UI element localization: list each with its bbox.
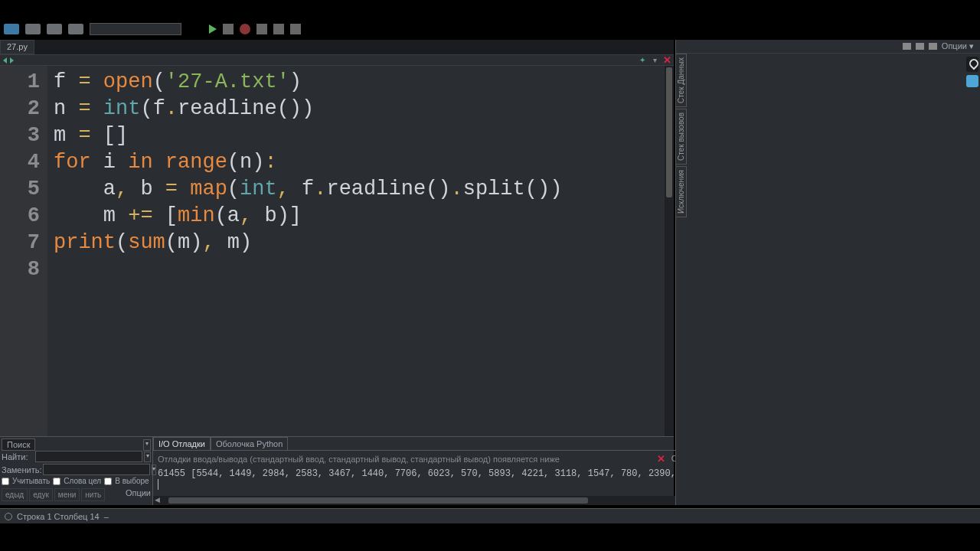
io-horizontal-scrollbar[interactable]: ◀ ▶ xyxy=(153,496,708,505)
editor-tabs: 27.py xyxy=(0,40,674,55)
search-options[interactable]: Опции xyxy=(126,488,151,501)
toolbar-icon[interactable] xyxy=(273,24,284,34)
in-selection-checkbox[interactable] xyxy=(104,478,112,485)
replace-all-button[interactable]: нить xyxy=(81,488,105,501)
whole-word-checkbox[interactable] xyxy=(53,478,60,485)
io-header-text: Отладки ввода/вывода (стандартный ввод, … xyxy=(158,455,651,464)
find-input[interactable] xyxy=(35,451,142,462)
editor-nav: ✦ ▾ ✕ xyxy=(0,55,674,66)
replace-input[interactable] xyxy=(43,464,150,475)
panel-layout-icon[interactable] xyxy=(903,43,911,50)
pin-icon[interactable]: ✦ xyxy=(639,57,646,64)
toolbar-icon[interactable] xyxy=(256,24,267,34)
toolbar-icon[interactable] xyxy=(47,24,62,34)
search-title: Поиск xyxy=(2,439,35,451)
nav-prev-icon[interactable] xyxy=(3,57,7,64)
chevron-down-icon[interactable]: ▾ xyxy=(651,57,658,64)
pen-icon[interactable] xyxy=(966,57,978,72)
next-button[interactable]: едук xyxy=(29,488,53,501)
vtab-exceptions[interactable]: Исключения xyxy=(675,166,687,217)
case-checkbox[interactable] xyxy=(2,478,9,485)
editor-scrollbar[interactable] xyxy=(665,66,674,436)
nav-next-icon[interactable] xyxy=(10,57,14,64)
tool-icon[interactable] xyxy=(966,75,978,87)
file-tab[interactable]: 27.py xyxy=(0,40,34,54)
vtab-call-stack[interactable]: Стек вызовов xyxy=(675,109,687,165)
chevron-down-icon[interactable]: ▾ xyxy=(143,439,151,451)
io-panel: I/O Отладки Оболочка Python Отладки ввод… xyxy=(153,437,708,505)
io-output[interactable]: 61455 [5544, 1449, 2984, 2583, 3467, 144… xyxy=(153,467,708,496)
right-options[interactable]: Опции ▾ xyxy=(942,41,974,51)
run-icon[interactable] xyxy=(209,24,217,34)
tab-debug-io[interactable]: I/O Отладки xyxy=(153,437,211,450)
close-icon[interactable]: ✕ xyxy=(663,57,671,64)
code-editor[interactable]: 1 2 3 4 5 6 7 8 f = open('27-A.txt') n =… xyxy=(0,66,674,436)
replace-button[interactable]: мени xyxy=(54,488,80,501)
main-toolbar xyxy=(4,23,301,35)
prev-button[interactable]: едыд xyxy=(2,488,28,501)
find-label: Найти: xyxy=(2,452,34,461)
cursor-position: Строка 1 Столбец 14 xyxy=(17,512,100,521)
toolbar-icon[interactable] xyxy=(290,24,301,34)
toolbar-icon[interactable] xyxy=(68,24,83,34)
panel-layout-icon[interactable] xyxy=(916,43,924,50)
status-bar: Строка 1 Столбец 14 – xyxy=(0,508,980,523)
text-cursor xyxy=(158,479,158,490)
toolbar-icon[interactable] xyxy=(25,24,41,34)
stop-icon[interactable]: ✕ xyxy=(657,453,665,465)
code-content[interactable]: f = open('27-A.txt') n = int(f.readline(… xyxy=(47,66,665,436)
line-gutter: 1 2 3 4 5 6 7 8 xyxy=(0,66,47,436)
toolbar-dropdown[interactable] xyxy=(90,23,181,35)
toolbar-icon[interactable] xyxy=(4,24,19,34)
tab-python-shell[interactable]: Оболочка Python xyxy=(211,437,288,450)
vtab-data-stack[interactable]: Стек Данных xyxy=(675,54,687,107)
panel-layout-icon[interactable] xyxy=(929,43,937,50)
status-icon xyxy=(5,513,12,520)
step-icon[interactable] xyxy=(223,24,234,34)
replace-label: Заменить: xyxy=(2,465,41,474)
search-panel: Поиск ▾ Найти: ▾ Заменить: ▾ Учитывать С… xyxy=(0,437,153,505)
chevron-down-icon[interactable]: ▾ xyxy=(144,452,151,462)
right-panel: Опции ▾ Стек Данных Стек вызовов Исключе… xyxy=(675,40,980,505)
debug-icon[interactable] xyxy=(240,24,250,34)
